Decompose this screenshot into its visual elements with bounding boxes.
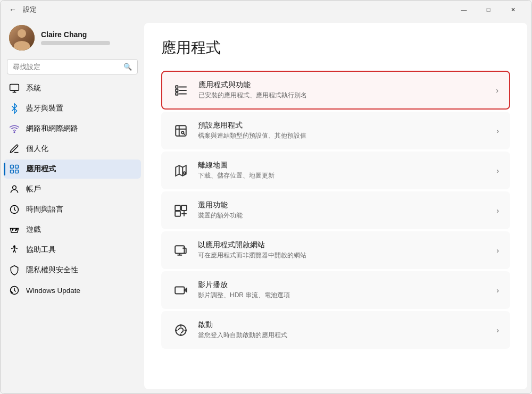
user-profile[interactable]: Claire Chang [1, 19, 144, 59]
svg-point-19 [183, 172, 185, 174]
sidebar-item-gaming[interactable]: 遊戲 [4, 220, 141, 239]
update-icon [9, 285, 20, 296]
main-content: 應用程式 應用程式與功能 [144, 23, 527, 389]
sidebar: Claire Chang 🔍 系統 [1, 19, 144, 393]
time-icon [9, 204, 20, 215]
offline-maps-desc: 下載、儲存位置、地圖更新 [198, 171, 488, 180]
back-button[interactable]: ← [7, 3, 19, 16]
settings-window: ← 設定 — □ ✕ Claire Chang [0, 0, 532, 394]
svg-rect-22 [175, 211, 180, 216]
gaming-icon [9, 224, 20, 235]
apps-websites-icon [172, 242, 189, 259]
avatar [9, 25, 35, 51]
apps-features-title: 應用程式與功能 [198, 80, 487, 90]
sidebar-item-personalize[interactable]: 個人化 [4, 139, 141, 158]
sidebar-item-time[interactable]: 時間與語言 [4, 200, 141, 219]
apps-websites-chevron: › [496, 246, 499, 255]
svg-point-9 [15, 230, 16, 231]
sidebar-item-bluetooth[interactable]: 藍牙與裝置 [4, 99, 141, 118]
accessibility-icon [9, 245, 20, 255]
sidebar-label-gaming: 遊戲 [26, 225, 41, 234]
video-playback-icon [172, 282, 189, 299]
offline-maps-text: 離線地圖 下載、儲存位置、地圖更新 [198, 161, 488, 180]
sidebar-label-network: 網路和網際網路 [26, 124, 78, 133]
optional-features-icon [172, 202, 189, 219]
svg-rect-2 [11, 165, 14, 169]
apps-features-icon [173, 82, 190, 99]
svg-rect-16 [176, 89, 178, 91]
startup-title: 啟動 [198, 320, 488, 330]
offline-maps-title: 離線地圖 [198, 161, 488, 170]
settings-item-optional-features[interactable]: 選用功能 裝置的額外功能 › [161, 191, 510, 229]
minimize-button[interactable]: — [452, 1, 476, 19]
sidebar-item-network[interactable]: 網路和網際網路 [4, 119, 141, 138]
svg-point-18 [181, 131, 184, 133]
default-apps-chevron: › [496, 127, 499, 135]
sidebar-label-privacy: 隱私權與安全性 [26, 265, 78, 275]
svg-rect-5 [15, 170, 19, 173]
settings-item-offline-maps[interactable]: 離線地圖 下載、儲存位置、地圖更新 › [161, 152, 510, 189]
apps-features-desc: 已安裝的應用程式、應用程式執行別名 [198, 91, 487, 100]
sidebar-item-privacy[interactable]: 隱私權與安全性 [4, 261, 141, 280]
sidebar-label-accessibility: 協助工具 [26, 245, 56, 255]
sidebar-item-system[interactable]: 系統 [4, 79, 141, 98]
maximize-button[interactable]: □ [476, 1, 501, 19]
sidebar-label-accounts: 帳戶 [26, 185, 41, 194]
default-apps-icon [172, 122, 189, 139]
titlebar-left: ← 設定 [7, 3, 37, 16]
titlebar-title: 設定 [23, 5, 37, 14]
sidebar-item-accounts[interactable]: 帳戶 [4, 180, 141, 199]
sidebar-label-time: 時間與語言 [26, 205, 63, 214]
svg-point-10 [14, 246, 15, 247]
svg-rect-0 [10, 85, 19, 91]
video-playback-chevron: › [496, 286, 499, 295]
search-box[interactable]: 🔍 [7, 59, 138, 74]
default-apps-title: 預設應用程式 [198, 121, 488, 130]
settings-item-apps-websites[interactable]: 以應用程式開啟網站 可在應用程式而非瀏覽器中開啟的網站 › [161, 231, 510, 269]
optional-features-chevron: › [496, 206, 499, 215]
startup-chevron: › [496, 326, 499, 334]
search-icon: 🔍 [123, 63, 132, 71]
svg-rect-24 [175, 287, 184, 294]
video-playback-text: 影片播放 影片調整、HDR 串流、電池選項 [198, 280, 488, 300]
personalize-icon [9, 144, 20, 154]
video-playback-title: 影片播放 [198, 280, 488, 290]
apps-websites-desc: 可在應用程式而非瀏覽器中開啟的網站 [198, 251, 488, 260]
video-playback-desc: 影片調整、HDR 串流、電池選項 [198, 291, 488, 300]
sidebar-label-bluetooth: 藍牙與裝置 [26, 104, 63, 113]
optional-features-title: 選用功能 [198, 200, 488, 210]
svg-rect-15 [176, 86, 178, 88]
settings-item-default-apps[interactable]: 預設應用程式 檔案與連結類型的預設值、其他預設值 › [161, 112, 510, 149]
apps-websites-text: 以應用程式開啟網站 可在應用程式而非瀏覽器中開啟的網站 [198, 240, 488, 260]
network-icon [9, 123, 20, 134]
apps-websites-title: 以應用程式開啟網站 [198, 240, 488, 250]
sidebar-label-personalize: 個人化 [26, 144, 48, 154]
settings-item-startup[interactable]: 啟動 當您登入時自動啟動的應用程式 › [161, 311, 510, 349]
user-info: Claire Chang [41, 30, 110, 45]
user-email-placeholder [41, 41, 110, 45]
offline-maps-icon [172, 162, 189, 179]
settings-item-apps-features[interactable]: 應用程式與功能 已安裝的應用程式、應用程式執行別名 › [161, 71, 510, 110]
system-icon [9, 83, 20, 94]
close-button[interactable]: ✕ [501, 1, 525, 19]
svg-rect-4 [11, 170, 14, 173]
sidebar-label-update: Windows Update [26, 287, 80, 295]
settings-item-video-playback[interactable]: 影片播放 影片調整、HDR 串流、電池選項 › [161, 271, 510, 309]
search-input[interactable] [13, 63, 119, 71]
apps-features-text: 應用程式與功能 已安裝的應用程式、應用程式執行別名 [198, 80, 487, 100]
optional-features-text: 選用功能 裝置的額外功能 [198, 200, 488, 220]
avatar-image [9, 25, 35, 51]
titlebar: ← 設定 — □ ✕ [1, 1, 531, 19]
startup-icon [172, 322, 189, 339]
sidebar-item-update[interactable]: Windows Update [4, 281, 141, 300]
bluetooth-icon [9, 103, 20, 114]
content-area: Claire Chang 🔍 系統 [1, 19, 531, 393]
sidebar-item-apps[interactable]: 應用程式 [4, 160, 141, 179]
svg-point-1 [14, 132, 15, 133]
svg-point-6 [13, 186, 16, 189]
svg-rect-23 [175, 246, 184, 253]
sidebar-label-apps: 應用程式 [26, 164, 56, 174]
page-title: 應用程式 [161, 38, 510, 58]
nav-items: 系統 藍牙與裝置 [1, 79, 144, 300]
sidebar-item-accessibility[interactable]: 協助工具 [4, 240, 141, 259]
